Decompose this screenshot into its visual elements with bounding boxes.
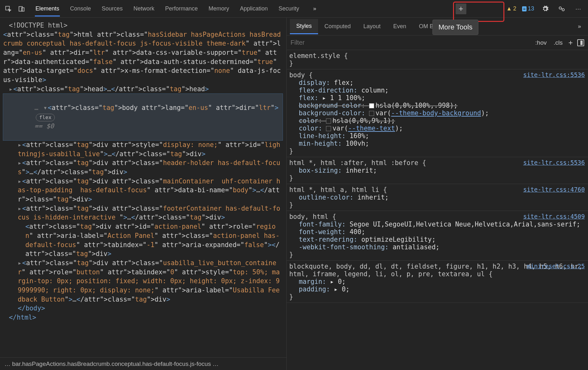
css-property[interactable]: text-rendering: optimizeLegibility; <box>289 236 584 243</box>
rule-selector: element.style { <box>289 52 584 60</box>
svg-rect-1 <box>19 6 22 11</box>
color-swatch[interactable] <box>369 111 374 116</box>
rule-close: } <box>289 251 584 258</box>
color-swatch[interactable] <box>326 126 331 131</box>
css-rule[interactable]: site-ltr.css:4509body, html {font-family… <box>287 211 588 261</box>
color-swatch[interactable] <box>326 118 331 124</box>
flex-badge[interactable]: flex <box>36 114 55 121</box>
styles-filter-bar: :hov .cls + <box>287 35 588 50</box>
source-link[interactable]: site-ltr.css:4509 <box>523 213 585 220</box>
html-close[interactable]: </html> <box>3 313 283 322</box>
info-count: 13 <box>528 5 534 12</box>
hov-toggle[interactable]: :hov <box>534 39 548 46</box>
css-property[interactable]: margin: ▸ 0; <box>289 278 584 285</box>
dom-child[interactable]: ▸<attr">class="tag">div attr">class="hea… <box>3 158 283 176</box>
dollar-zero: == $0 <box>35 122 54 130</box>
styles-panel: Styles Computed Layout Even OM Breakpoin… <box>287 18 588 370</box>
source-link[interactable]: minireset.css:25 <box>527 263 585 270</box>
css-property[interactable]: padding: ▸ 0; <box>289 285 584 293</box>
subtab-computed[interactable]: Computed <box>318 19 357 34</box>
svg-rect-2 <box>22 8 24 11</box>
more-tabs-chevron-icon[interactable]: » <box>309 3 320 14</box>
customize-icon[interactable] <box>556 3 567 14</box>
settings-icon[interactable] <box>540 3 551 14</box>
dom-child[interactable]: <attr">class="tag">div attr">id="action-… <box>3 222 283 258</box>
warnings-counter[interactable]: ▲ 2 <box>506 5 516 12</box>
tab-memory[interactable]: Memory <box>208 1 230 16</box>
computed-panel-icon[interactable] <box>577 39 584 46</box>
source-link[interactable]: site-ltr.css:5536 <box>523 159 585 166</box>
main-panes: <!DOCTYPE html> <attr">class="tag">html … <box>0 18 588 370</box>
main-tabs: Elements Console Sources Network Perform… <box>35 1 456 16</box>
filter-input[interactable] <box>291 39 530 46</box>
html-element[interactable]: <attr">class="tag">html attr">class="has… <box>3 30 283 85</box>
css-property[interactable]: flex-direction: column; <box>289 86 584 94</box>
more-tools-tooltip: More Tools <box>432 20 478 35</box>
dom-child[interactable]: ▸<attr">class="tag">div attr">class="usa… <box>3 258 283 304</box>
rule-close: } <box>289 174 584 182</box>
css-property[interactable]: outline-color: inherit; <box>289 194 584 201</box>
css-property[interactable]: display: flex; <box>289 79 584 86</box>
css-rule[interactable]: minireset.css:25blockquote, body, dd, dl… <box>287 261 588 303</box>
dom-child[interactable]: ▸<attr">class="tag">div attr">class="mai… <box>3 177 283 204</box>
css-rule[interactable]: site-ltr.css:5536html *, html :after, ht… <box>287 157 588 184</box>
rule-close: } <box>289 293 584 301</box>
toolbar-right-group: + ▲ 2 ≡ 13 ⋯ <box>456 3 586 14</box>
subtab-styles[interactable]: Styles <box>290 19 318 34</box>
styles-rules-list[interactable]: element.style { } site-ltr.css:5536body … <box>287 50 588 370</box>
css-property[interactable]: box-sizing: inherit; <box>289 167 584 174</box>
tab-application[interactable]: Application <box>239 1 268 16</box>
tab-console[interactable]: Console <box>69 1 92 16</box>
warning-count: 2 <box>513 5 516 12</box>
plus-icon: + <box>458 4 463 14</box>
tab-elements[interactable]: Elements <box>35 1 60 16</box>
css-property[interactable]: line-height: 160%; <box>289 132 584 140</box>
tab-network[interactable]: Network <box>133 1 155 16</box>
color-swatch[interactable] <box>369 103 374 108</box>
css-rule[interactable]: site-ltr.css:5536body {display: flex;fle… <box>287 69 588 157</box>
css-property[interactable]: background-color: var(--theme-body-backg… <box>289 109 584 117</box>
tab-sources[interactable]: Sources <box>101 1 123 16</box>
cls-toggle[interactable]: .cls <box>552 39 564 46</box>
body-close[interactable]: </body> <box>3 304 283 313</box>
more-options-icon[interactable]: ⋯ <box>573 3 584 14</box>
css-property[interactable]: flex: ▸ 1 1 100%; <box>289 94 584 102</box>
dom-tree[interactable]: <!DOCTYPE html> <attr">class="tag">html … <box>0 18 286 357</box>
new-style-rule-icon[interactable]: + <box>568 38 573 47</box>
source-link[interactable]: site-ltr.css:4760 <box>523 186 585 193</box>
rule-close: } <box>289 60 584 67</box>
css-property[interactable]: color: var(--theme-text); <box>289 124 584 132</box>
more-subtabs-icon[interactable]: » <box>574 21 585 32</box>
dom-child[interactable]: ▸<attr">class="tag">div attr">style="dis… <box>3 140 283 158</box>
css-property[interactable]: min-height: 100vh; <box>289 140 584 147</box>
source-link[interactable]: site-ltr.css:5536 <box>523 71 585 78</box>
toolbar-left-group <box>2 4 26 13</box>
css-property[interactable]: background-color: hsla(0,0%,100%,.998); <box>289 102 584 109</box>
head-element[interactable]: ▸<attr">class="tag">head>…</attr">class=… <box>3 85 283 94</box>
new-tab-button[interactable]: + <box>456 3 466 14</box>
doctype[interactable]: <!DOCTYPE html> <box>3 21 283 30</box>
elements-panel: <!DOCTYPE html> <attr">class="tag">html … <box>0 18 287 370</box>
body-element-selected[interactable]: …▾<attr">class="tag">body attr">lang="en… <box>3 94 283 140</box>
devtools-main-toolbar: Elements Console Sources Network Perform… <box>0 0 588 18</box>
inspect-element-icon[interactable] <box>4 4 13 13</box>
dom-child[interactable]: ▸<attr">class="tag">div attr">class="foo… <box>3 204 283 222</box>
tab-security[interactable]: Security <box>278 1 300 16</box>
sidebar-tabs: Styles Computed Layout Even OM Breakpoin… <box>287 18 588 35</box>
info-counter[interactable]: ≡ 13 <box>522 5 534 12</box>
css-property[interactable]: font-weight: 400; <box>289 228 584 236</box>
subtab-layout[interactable]: Layout <box>357 19 387 34</box>
rule-close: } <box>289 201 584 209</box>
css-property[interactable]: font-family: Segoe UI,SegoeUI,Helvetica … <box>289 220 584 228</box>
css-rule[interactable]: site-ltr.css:4760html *, html a, html li… <box>287 184 588 211</box>
css-property[interactable]: -webkit-font-smoothing: antialiased; <box>289 243 584 251</box>
subtab-event[interactable]: Even <box>387 19 412 34</box>
tab-performance[interactable]: Performance <box>164 1 198 16</box>
rule-close: } <box>289 147 584 155</box>
breadcrumb-bar[interactable]: … bar.hasPageActions.hasBreadcrumb.conce… <box>0 357 286 370</box>
info-icon: ≡ <box>522 6 527 11</box>
device-toolbar-icon[interactable] <box>17 4 26 13</box>
svg-point-4 <box>562 9 564 11</box>
css-property[interactable]: color: hsla(0,0%,9%,1); <box>289 117 584 124</box>
element-style-rule[interactable]: element.style { } <box>287 50 588 69</box>
